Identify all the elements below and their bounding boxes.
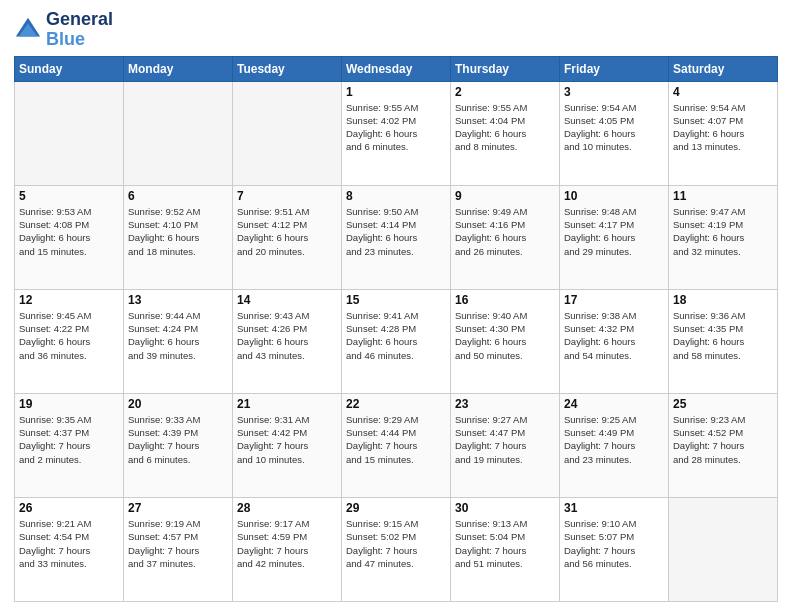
day-info: Sunrise: 9:52 AM Sunset: 4:10 PM Dayligh… <box>128 205 228 258</box>
day-number: 30 <box>455 501 555 515</box>
day-info: Sunrise: 9:51 AM Sunset: 4:12 PM Dayligh… <box>237 205 337 258</box>
weekday-header: Thursday <box>451 56 560 81</box>
calendar-cell: 13Sunrise: 9:44 AM Sunset: 4:24 PM Dayli… <box>124 289 233 393</box>
calendar-cell: 19Sunrise: 9:35 AM Sunset: 4:37 PM Dayli… <box>15 393 124 497</box>
calendar-cell: 1Sunrise: 9:55 AM Sunset: 4:02 PM Daylig… <box>342 81 451 185</box>
day-info: Sunrise: 9:13 AM Sunset: 5:04 PM Dayligh… <box>455 517 555 570</box>
day-info: Sunrise: 9:41 AM Sunset: 4:28 PM Dayligh… <box>346 309 446 362</box>
calendar-cell: 29Sunrise: 9:15 AM Sunset: 5:02 PM Dayli… <box>342 497 451 601</box>
calendar-cell: 5Sunrise: 9:53 AM Sunset: 4:08 PM Daylig… <box>15 185 124 289</box>
day-number: 12 <box>19 293 119 307</box>
day-number: 25 <box>673 397 773 411</box>
day-number: 11 <box>673 189 773 203</box>
day-info: Sunrise: 9:54 AM Sunset: 4:05 PM Dayligh… <box>564 101 664 154</box>
day-info: Sunrise: 9:25 AM Sunset: 4:49 PM Dayligh… <box>564 413 664 466</box>
day-info: Sunrise: 9:21 AM Sunset: 4:54 PM Dayligh… <box>19 517 119 570</box>
calendar-cell: 21Sunrise: 9:31 AM Sunset: 4:42 PM Dayli… <box>233 393 342 497</box>
day-number: 1 <box>346 85 446 99</box>
day-info: Sunrise: 9:40 AM Sunset: 4:30 PM Dayligh… <box>455 309 555 362</box>
day-number: 23 <box>455 397 555 411</box>
day-number: 28 <box>237 501 337 515</box>
calendar-week-row: 26Sunrise: 9:21 AM Sunset: 4:54 PM Dayli… <box>15 497 778 601</box>
logo-text: General Blue <box>46 10 113 50</box>
day-info: Sunrise: 9:55 AM Sunset: 4:02 PM Dayligh… <box>346 101 446 154</box>
day-number: 8 <box>346 189 446 203</box>
calendar-cell <box>233 81 342 185</box>
day-info: Sunrise: 9:49 AM Sunset: 4:16 PM Dayligh… <box>455 205 555 258</box>
calendar-cell <box>15 81 124 185</box>
calendar-cell: 27Sunrise: 9:19 AM Sunset: 4:57 PM Dayli… <box>124 497 233 601</box>
day-number: 17 <box>564 293 664 307</box>
calendar-cell: 28Sunrise: 9:17 AM Sunset: 4:59 PM Dayli… <box>233 497 342 601</box>
day-info: Sunrise: 9:38 AM Sunset: 4:32 PM Dayligh… <box>564 309 664 362</box>
day-number: 21 <box>237 397 337 411</box>
day-number: 31 <box>564 501 664 515</box>
calendar-cell: 14Sunrise: 9:43 AM Sunset: 4:26 PM Dayli… <box>233 289 342 393</box>
day-number: 4 <box>673 85 773 99</box>
calendar-week-row: 1Sunrise: 9:55 AM Sunset: 4:02 PM Daylig… <box>15 81 778 185</box>
page-header: General Blue <box>14 10 778 50</box>
logo: General Blue <box>14 10 113 50</box>
calendar-cell: 2Sunrise: 9:55 AM Sunset: 4:04 PM Daylig… <box>451 81 560 185</box>
weekday-header: Saturday <box>669 56 778 81</box>
day-number: 24 <box>564 397 664 411</box>
day-number: 18 <box>673 293 773 307</box>
calendar-header-row: SundayMondayTuesdayWednesdayThursdayFrid… <box>15 56 778 81</box>
day-info: Sunrise: 9:35 AM Sunset: 4:37 PM Dayligh… <box>19 413 119 466</box>
day-number: 16 <box>455 293 555 307</box>
day-number: 2 <box>455 85 555 99</box>
day-info: Sunrise: 9:19 AM Sunset: 4:57 PM Dayligh… <box>128 517 228 570</box>
day-number: 22 <box>346 397 446 411</box>
day-number: 6 <box>128 189 228 203</box>
day-number: 19 <box>19 397 119 411</box>
calendar-cell: 18Sunrise: 9:36 AM Sunset: 4:35 PM Dayli… <box>669 289 778 393</box>
day-info: Sunrise: 9:50 AM Sunset: 4:14 PM Dayligh… <box>346 205 446 258</box>
day-number: 7 <box>237 189 337 203</box>
calendar-cell: 24Sunrise: 9:25 AM Sunset: 4:49 PM Dayli… <box>560 393 669 497</box>
calendar-cell: 3Sunrise: 9:54 AM Sunset: 4:05 PM Daylig… <box>560 81 669 185</box>
calendar-cell: 20Sunrise: 9:33 AM Sunset: 4:39 PM Dayli… <box>124 393 233 497</box>
day-info: Sunrise: 9:23 AM Sunset: 4:52 PM Dayligh… <box>673 413 773 466</box>
day-info: Sunrise: 9:45 AM Sunset: 4:22 PM Dayligh… <box>19 309 119 362</box>
calendar-cell: 22Sunrise: 9:29 AM Sunset: 4:44 PM Dayli… <box>342 393 451 497</box>
calendar-cell: 23Sunrise: 9:27 AM Sunset: 4:47 PM Dayli… <box>451 393 560 497</box>
calendar-cell <box>124 81 233 185</box>
calendar-week-row: 12Sunrise: 9:45 AM Sunset: 4:22 PM Dayli… <box>15 289 778 393</box>
calendar-cell: 12Sunrise: 9:45 AM Sunset: 4:22 PM Dayli… <box>15 289 124 393</box>
calendar-cell: 26Sunrise: 9:21 AM Sunset: 4:54 PM Dayli… <box>15 497 124 601</box>
day-info: Sunrise: 9:10 AM Sunset: 5:07 PM Dayligh… <box>564 517 664 570</box>
day-number: 27 <box>128 501 228 515</box>
weekday-header: Wednesday <box>342 56 451 81</box>
day-info: Sunrise: 9:36 AM Sunset: 4:35 PM Dayligh… <box>673 309 773 362</box>
day-number: 29 <box>346 501 446 515</box>
calendar-cell: 11Sunrise: 9:47 AM Sunset: 4:19 PM Dayli… <box>669 185 778 289</box>
day-info: Sunrise: 9:15 AM Sunset: 5:02 PM Dayligh… <box>346 517 446 570</box>
calendar-cell: 17Sunrise: 9:38 AM Sunset: 4:32 PM Dayli… <box>560 289 669 393</box>
day-number: 10 <box>564 189 664 203</box>
weekday-header: Monday <box>124 56 233 81</box>
calendar-cell: 6Sunrise: 9:52 AM Sunset: 4:10 PM Daylig… <box>124 185 233 289</box>
calendar-cell: 16Sunrise: 9:40 AM Sunset: 4:30 PM Dayli… <box>451 289 560 393</box>
day-number: 15 <box>346 293 446 307</box>
calendar-cell: 30Sunrise: 9:13 AM Sunset: 5:04 PM Dayli… <box>451 497 560 601</box>
calendar-cell: 25Sunrise: 9:23 AM Sunset: 4:52 PM Dayli… <box>669 393 778 497</box>
calendar-cell: 10Sunrise: 9:48 AM Sunset: 4:17 PM Dayli… <box>560 185 669 289</box>
calendar-cell <box>669 497 778 601</box>
weekday-header: Sunday <box>15 56 124 81</box>
calendar-cell: 9Sunrise: 9:49 AM Sunset: 4:16 PM Daylig… <box>451 185 560 289</box>
day-info: Sunrise: 9:53 AM Sunset: 4:08 PM Dayligh… <box>19 205 119 258</box>
day-info: Sunrise: 9:33 AM Sunset: 4:39 PM Dayligh… <box>128 413 228 466</box>
day-number: 20 <box>128 397 228 411</box>
calendar-cell: 15Sunrise: 9:41 AM Sunset: 4:28 PM Dayli… <box>342 289 451 393</box>
day-number: 13 <box>128 293 228 307</box>
calendar-cell: 4Sunrise: 9:54 AM Sunset: 4:07 PM Daylig… <box>669 81 778 185</box>
day-info: Sunrise: 9:43 AM Sunset: 4:26 PM Dayligh… <box>237 309 337 362</box>
weekday-header: Friday <box>560 56 669 81</box>
day-info: Sunrise: 9:17 AM Sunset: 4:59 PM Dayligh… <box>237 517 337 570</box>
calendar-week-row: 5Sunrise: 9:53 AM Sunset: 4:08 PM Daylig… <box>15 185 778 289</box>
calendar-cell: 8Sunrise: 9:50 AM Sunset: 4:14 PM Daylig… <box>342 185 451 289</box>
day-info: Sunrise: 9:48 AM Sunset: 4:17 PM Dayligh… <box>564 205 664 258</box>
day-number: 3 <box>564 85 664 99</box>
day-number: 14 <box>237 293 337 307</box>
day-info: Sunrise: 9:54 AM Sunset: 4:07 PM Dayligh… <box>673 101 773 154</box>
